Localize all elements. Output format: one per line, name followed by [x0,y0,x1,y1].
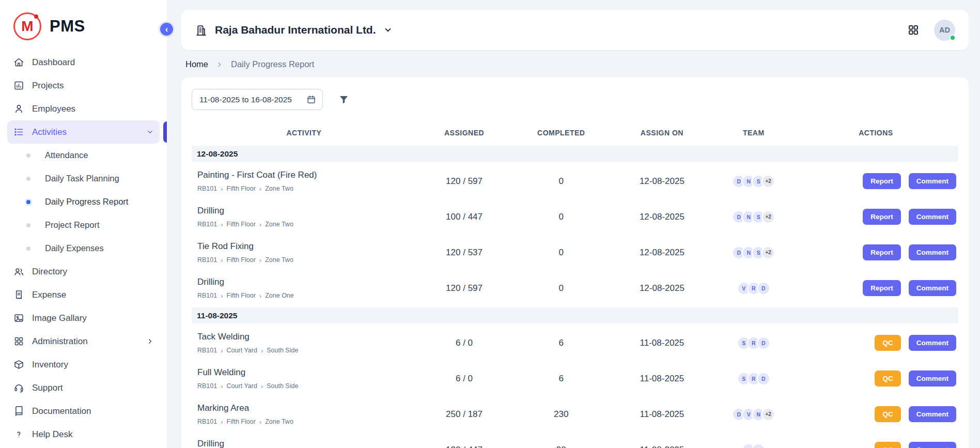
report-button[interactable]: Report [863,280,901,296]
qc-button[interactable]: QC [875,406,900,422]
main-content: Raja Bahadur International Ltd. AD Home … [167,0,980,448]
comment-button[interactable]: Comment [909,370,956,387]
headset-icon [13,382,24,394]
comment-button[interactable]: Comment [909,335,956,351]
sidebar-subitem-project-report[interactable]: Project Report [7,213,160,237]
assigned-value: 120 / 447 [416,445,512,448]
avatar-initials: AD [939,26,950,34]
sidebar-item-employees[interactable]: Employees [7,97,160,120]
sidebar-subitem-label: Daily Task Planning [45,174,119,183]
sidebar-subitem-label: Project Report [45,220,99,230]
actions-cell: ReportComment [794,209,958,225]
comment-button[interactable]: Comment [909,244,956,260]
activity-row: DrillingRB101›Fifth Floor›Zone Two120 / … [192,432,958,448]
team-avatar: D [757,282,770,295]
completed-value: 0 [512,176,610,187]
sidebar: M PMS Dashboard Projects Employees [0,0,167,448]
path-segment: RB101 [197,185,217,192]
report-button[interactable]: Report [863,173,901,189]
qc-button[interactable]: QC [875,370,900,387]
sidebar-item-dashboard[interactable]: Dashboard [7,51,160,74]
chevron-right-icon: › [221,419,223,425]
team-avatars: DNS+2 [714,246,794,259]
activity-title: Drilling [197,206,416,216]
help-circle-icon [13,429,24,440]
activity-cell: DrillingRB101›Fifth Floor›Zone One [192,277,416,299]
activity-row: Tack WeldingRB101›Court Yard›South Side6… [192,325,958,361]
breadcrumb-home[interactable]: Home [185,59,208,69]
column-header-activity: ACTIVITY [192,129,416,137]
sidebar-item-image-gallary[interactable]: Image Gallary [7,306,160,330]
report-button[interactable]: Report [863,209,901,225]
path-segment: Fifth Floor [227,292,256,299]
sidebar-item-label: Help Desk [32,429,72,440]
activity-row: Tie Rod FixingRB101›Fifth Floor›Zone Two… [192,235,958,270]
path-segment: RB101 [197,256,217,264]
sidebar-item-label: Administration [32,336,88,347]
path-segment: Court Yard [227,382,257,390]
team-avatars: SRD [714,372,794,385]
comment-button[interactable]: Comment [909,173,956,189]
sidebar-item-documentation[interactable]: Documentation [7,399,160,423]
activity-title: Drilling [197,439,416,448]
sidebar-item-label: Inventory [32,360,68,370]
sidebar-item-help-desk[interactable]: Help Desk [7,423,160,446]
date-range-input[interactable]: 11-08-2025 to 16-08-2025 [192,89,323,110]
sidebar-item-activities[interactable]: Activities [7,120,160,144]
calendar-icon [306,95,316,104]
filter-row: 11-08-2025 to 16-08-2025 [192,89,958,110]
sidebar-item-support[interactable]: Support [7,376,160,399]
bullet-icon [26,200,30,204]
team-avatar-more: +2 [761,408,775,421]
comment-button[interactable]: Comment [909,442,956,448]
sidebar-item-label: Expense [32,290,66,300]
chevron-right-icon: › [221,221,223,228]
completed-value: 0 [512,212,610,222]
assigned-value: 120 / 537 [416,248,512,258]
sidebar-subitem-daily-expenses[interactable]: Daily Expenses [7,237,160,260]
report-button[interactable]: Report [863,244,901,260]
company-selector[interactable]: Raja Bahadur International Ltd. [195,24,393,37]
apps-grid-icon[interactable] [907,24,920,36]
sidebar-subitem-daily-progress-report[interactable]: Daily Progress Report [7,190,160,213]
user-avatar[interactable]: AD [934,20,955,41]
chevron-right-icon: › [261,347,263,354]
sidebar-item-inventory[interactable]: Inventory [7,353,160,376]
sidebar-collapse-button[interactable]: ‹ [159,21,175,37]
sidebar-item-projects[interactable]: Projects [7,74,160,97]
sidebar-subitem-daily-task-planning[interactable]: Daily Task Planning [7,167,160,190]
activity-title: Tack Welding [197,332,416,342]
users-icon [13,266,24,277]
bullet-icon [26,223,30,227]
completed-value: 6 [512,374,610,384]
breadcrumb: Home Daily Progress Report [185,59,969,69]
activity-cell: Painting - First Coat (Fire Red)RB101›Fi… [192,170,416,192]
receipt-icon [13,289,24,301]
path-segment: RB101 [197,221,217,228]
actions-cell: QCComment [794,335,958,351]
qc-button[interactable]: QC [875,335,900,351]
activity-cell: Tie Rod FixingRB101›Fifth Floor›Zone Two [192,241,416,264]
qc-button[interactable]: QC [875,442,900,448]
chevron-right-icon: › [259,186,261,192]
path-segment: Court Yard [227,347,257,354]
completed-value: 230 [512,409,610,420]
assign-on-value: 11-08-2025 [610,338,713,348]
actions-cell: QCComment [794,442,958,448]
column-header-assign-on: ASSIGN ON [610,129,713,137]
sidebar-item-label: Employees [32,104,75,114]
activity-path: RB101›Court Yard›South Side [197,382,416,390]
comment-button[interactable]: Comment [909,280,956,296]
sidebar-nav: Dashboard Projects Employees Activities [0,49,167,448]
sidebar-item-administration[interactable]: Administration [7,330,160,353]
sidebar-subitem-attendance[interactable]: Attendance [7,144,160,167]
team-avatar-more: +2 [761,175,775,188]
path-segment: Zone Two [265,221,293,228]
sidebar-item-directory[interactable]: Directory [7,260,160,283]
sidebar-subitem-label: Daily Expenses [45,243,104,253]
filter-funnel-button[interactable] [338,94,349,105]
sidebar-item-expense[interactable]: Expense [7,283,160,306]
comment-button[interactable]: Comment [909,209,956,225]
chevron-right-icon: › [259,419,261,425]
comment-button[interactable]: Comment [909,406,956,422]
